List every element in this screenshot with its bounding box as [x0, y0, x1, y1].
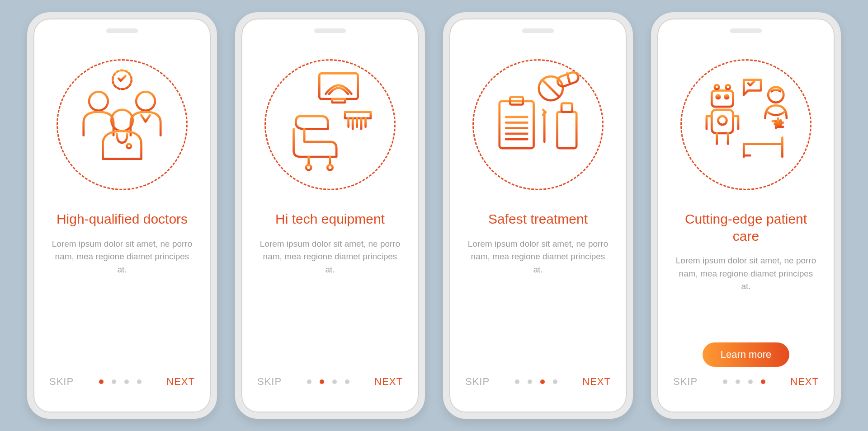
- skip-button[interactable]: SKIP: [257, 376, 282, 388]
- dot-4[interactable]: [137, 379, 142, 384]
- onboarding-screen-4: Cutting-edge patient care Lorem ipsum do…: [651, 12, 841, 419]
- svg-point-17: [715, 85, 719, 89]
- illustration-doctors: [47, 50, 197, 199]
- svg-rect-10: [500, 101, 534, 148]
- next-button[interactable]: NEXT: [790, 376, 819, 388]
- onboarding-screen-1: High-qualified doctors Lorem ipsum dolor…: [27, 12, 217, 419]
- bottom-navigation: SKIP NEXT: [463, 376, 613, 394]
- next-button[interactable]: NEXT: [582, 376, 611, 388]
- dot-1[interactable]: [99, 379, 104, 384]
- dot-2[interactable]: [112, 379, 116, 384]
- dot-3[interactable]: [540, 379, 545, 384]
- svg-rect-14: [557, 112, 577, 148]
- screen-title: Safest treatment: [463, 211, 613, 228]
- dot-1[interactable]: [307, 379, 311, 384]
- screen-title: High-qualified doctors: [47, 211, 197, 228]
- next-button[interactable]: NEXT: [166, 376, 195, 388]
- illustration-patient-care: [671, 50, 821, 199]
- dot-1[interactable]: [723, 379, 727, 384]
- svg-point-4: [127, 144, 131, 148]
- phone-speaker: [106, 28, 138, 33]
- svg-rect-21: [712, 110, 733, 133]
- dot-2[interactable]: [320, 379, 324, 384]
- equipment-icon: [266, 57, 394, 192]
- dot-2[interactable]: [736, 379, 740, 384]
- treatment-icon: [474, 57, 602, 192]
- illustration-treatment: [463, 50, 613, 199]
- illustration-equipment: [255, 50, 405, 199]
- onboarding-screen-3: Safest treatment Lorem ipsum dolor sit a…: [443, 12, 633, 419]
- phone-speaker: [314, 28, 346, 33]
- svg-point-20: [725, 95, 729, 99]
- dot-1[interactable]: [515, 379, 519, 384]
- bottom-navigation: SKIP NEXT: [255, 376, 405, 394]
- patient-care-icon: [682, 57, 810, 192]
- pagination-dots: [515, 379, 557, 384]
- doctors-icon: [58, 57, 186, 192]
- dot-4[interactable]: [553, 379, 557, 384]
- pagination-dots: [99, 379, 142, 384]
- screen-title: Cutting-edge patient care: [671, 211, 821, 244]
- svg-point-19: [717, 95, 720, 99]
- skip-button[interactable]: SKIP: [49, 376, 74, 388]
- screen-description: Lorem ipsum dolor sit amet, ne porro nam…: [47, 238, 197, 276]
- dot-4[interactable]: [345, 379, 349, 384]
- dot-3[interactable]: [748, 379, 753, 384]
- svg-rect-16: [712, 90, 733, 107]
- learn-more-button[interactable]: Learn more: [703, 342, 790, 367]
- dot-2[interactable]: [528, 379, 532, 384]
- skip-button[interactable]: SKIP: [465, 376, 490, 388]
- svg-point-3: [111, 110, 132, 131]
- svg-point-18: [726, 85, 730, 89]
- svg-point-7: [306, 165, 311, 170]
- phone-speaker: [522, 28, 554, 33]
- screen-description: Lorem ipsum dolor sit amet, ne porro nam…: [255, 238, 405, 276]
- svg-rect-15: [561, 103, 572, 112]
- next-button[interactable]: NEXT: [374, 376, 403, 388]
- screen-description: Lorem ipsum dolor sit amet, ne porro nam…: [463, 238, 613, 276]
- dot-3[interactable]: [124, 379, 129, 384]
- pagination-dots: [307, 379, 349, 384]
- svg-point-22: [718, 116, 726, 125]
- bottom-navigation: SKIP NEXT: [671, 376, 821, 394]
- svg-point-8: [327, 165, 332, 170]
- svg-point-1: [89, 92, 108, 111]
- dot-3[interactable]: [332, 379, 337, 384]
- dot-4[interactable]: [761, 379, 765, 384]
- phone-speaker: [730, 28, 762, 33]
- skip-button[interactable]: SKIP: [673, 376, 698, 388]
- bottom-navigation: SKIP NEXT: [47, 376, 197, 394]
- pagination-dots: [723, 379, 765, 384]
- screen-description: Lorem ipsum dolor sit amet, ne porro nam…: [671, 254, 821, 293]
- svg-point-2: [136, 92, 155, 111]
- onboarding-screen-2: Hi tech equipment Lorem ipsum dolor sit …: [235, 12, 425, 419]
- screen-title: Hi tech equipment: [255, 211, 405, 228]
